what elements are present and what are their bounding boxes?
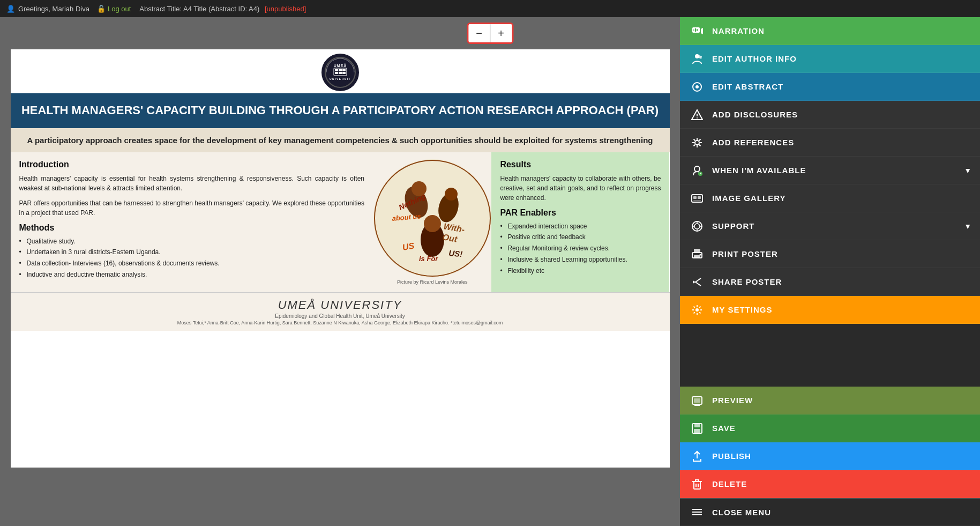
share-icon bbox=[689, 273, 706, 291]
sidebar-item-image-gallery[interactable]: IMAGE GALLERY bbox=[680, 184, 980, 212]
svg-line-40 bbox=[694, 139, 695, 140]
footer-dept: Epidemiology and Global Health Unit, Ume… bbox=[21, 313, 659, 319]
preview-icon bbox=[689, 392, 706, 409]
svg-point-61 bbox=[700, 254, 701, 255]
poster-area: − + UMEÅ bbox=[0, 17, 680, 526]
sidebar-item-add-references[interactable]: ADD REFERENCES bbox=[680, 129, 980, 157]
sidebar-item-when-available[interactable]: WHEN I'M AVAILABLE ▼ bbox=[680, 157, 980, 184]
par-enablers-title: PAR Enablers bbox=[500, 208, 661, 218]
svg-text:is For: is For bbox=[419, 255, 438, 263]
svg-rect-8 bbox=[342, 72, 346, 74]
list-item: Regular Monitoring & review cycles. bbox=[500, 244, 661, 253]
svg-rect-50 bbox=[698, 196, 701, 199]
zoom-in-button[interactable]: + bbox=[490, 24, 512, 42]
sidebar-item-save[interactable]: SAVE bbox=[680, 414, 980, 442]
poster-right-column: Results Health managers' capacity to col… bbox=[491, 152, 669, 292]
svg-rect-51 bbox=[693, 200, 701, 201]
my-settings-label: MY SETTINGS bbox=[712, 305, 971, 314]
edit-author-label: EDIT AUTHOR INFO bbox=[712, 54, 971, 63]
zoom-out-button[interactable]: − bbox=[468, 24, 490, 42]
edit-abstract-label: EDIT ABSTRACT bbox=[712, 82, 971, 91]
image-caption: Picture by Ricard Levins Morales bbox=[397, 279, 468, 285]
sidebar-item-close-menu[interactable]: CLOSE MENU bbox=[680, 498, 980, 526]
when-available-label: WHEN I'M AVAILABLE bbox=[712, 166, 964, 175]
image-gallery-label: IMAGE GALLERY bbox=[712, 194, 971, 203]
poster-left-column: Introduction Health managers' capacity i… bbox=[11, 152, 373, 292]
svg-rect-66 bbox=[694, 398, 700, 403]
sidebar-item-preview[interactable]: PREVIEW bbox=[680, 387, 980, 414]
narration-label: NARRATION bbox=[712, 26, 971, 35]
publish-label: PUBLISH bbox=[712, 451, 971, 461]
list-item: Qualitative study. bbox=[19, 237, 365, 246]
poster-logo: UMEÅ UNIVERSIT bbox=[11, 49, 670, 93]
status-badge: [unpublished] bbox=[265, 5, 306, 13]
sidebar-item-add-disclosures[interactable]: ADD DISCLOSURES bbox=[680, 101, 980, 129]
poster-art: Nothing about us With- Out US is For US! bbox=[373, 159, 491, 277]
svg-rect-4 bbox=[339, 69, 342, 71]
intro-p2: PAR offers opportunities that can be har… bbox=[19, 198, 365, 218]
sidebar-item-edit-author-info[interactable]: EDIT AUTHOR INFO bbox=[680, 45, 980, 73]
sidebar-item-support[interactable]: SUPPORT ▼ bbox=[680, 212, 980, 240]
edit-author-icon bbox=[689, 50, 706, 68]
logout-label: Log out bbox=[108, 5, 131, 13]
svg-rect-25 bbox=[693, 29, 694, 31]
print-poster-label: PRINT POSTER bbox=[712, 249, 971, 258]
list-item: Inclusive & shared Learning opportunitie… bbox=[500, 255, 661, 264]
zoom-controls: − + bbox=[467, 23, 513, 44]
svg-point-16 bbox=[424, 215, 441, 232]
hamburger-icon bbox=[689, 503, 706, 521]
narration-icon bbox=[689, 23, 706, 40]
greeting-text: Greetings, Mariah Diva bbox=[18, 5, 89, 13]
svg-rect-60 bbox=[694, 255, 700, 258]
svg-rect-7 bbox=[339, 72, 342, 74]
poster-header: HEALTH MANAGERS' CAPACITY BUILDING THROU… bbox=[11, 93, 670, 128]
methods-title: Methods bbox=[19, 223, 365, 233]
sidebar-item-my-settings[interactable]: MY SETTINGS bbox=[680, 296, 980, 324]
share-poster-label: SHARE POSTER bbox=[712, 277, 971, 286]
poster: UMEÅ UNIVERSIT HEALTH MANAGERS' CA bbox=[11, 49, 670, 468]
references-label: ADD REFERENCES bbox=[712, 138, 971, 147]
disclosures-label: ADD DISCLOSURES bbox=[712, 110, 971, 119]
edit-abstract-icon bbox=[689, 78, 706, 95]
svg-line-43 bbox=[694, 144, 695, 146]
par-enablers-list: Expanded interaction space Positive crit… bbox=[500, 222, 661, 276]
svg-marker-29 bbox=[699, 55, 702, 59]
save-icon bbox=[689, 420, 706, 437]
delete-label: DELETE bbox=[712, 479, 971, 488]
poster-subtitle: A participatory approach creates space f… bbox=[11, 128, 670, 152]
save-label: SAVE bbox=[712, 424, 971, 433]
sidebar-item-narration[interactable]: NARRATION bbox=[680, 17, 980, 45]
svg-rect-70 bbox=[694, 481, 700, 489]
svg-rect-5 bbox=[342, 69, 346, 71]
chevron-down-icon: ▼ bbox=[964, 166, 971, 175]
delete-icon bbox=[689, 476, 706, 493]
sidebar-item-publish[interactable]: PUBLISH bbox=[680, 442, 980, 470]
poster-middle-column: Nothing about us With- Out US is For US!… bbox=[373, 152, 491, 292]
svg-rect-49 bbox=[693, 196, 697, 199]
preview-label: PREVIEW bbox=[712, 396, 971, 405]
sidebar-item-share-poster[interactable]: SHARE POSTER bbox=[680, 268, 980, 296]
chevron-down-icon: ▼ bbox=[964, 222, 971, 231]
poster-footer: UMEÅ UNIVERSITY Epidemiology and Global … bbox=[11, 292, 670, 331]
list-item: Expanded interaction space bbox=[500, 222, 661, 231]
svg-rect-3 bbox=[335, 69, 338, 71]
svg-rect-58 bbox=[694, 249, 700, 253]
university-logo: UMEÅ UNIVERSIT bbox=[321, 54, 359, 91]
poster-subtitle-text: A participatory approach creates space f… bbox=[21, 136, 659, 145]
logout-link[interactable]: 🔓 Log out bbox=[97, 5, 131, 13]
list-item: Inductive and deductive thematic analysi… bbox=[19, 270, 365, 279]
references-icon bbox=[689, 134, 706, 151]
svg-point-62 bbox=[695, 308, 699, 312]
sidebar-item-print-poster[interactable]: PRINT POSTER bbox=[680, 240, 980, 268]
svg-rect-68 bbox=[694, 424, 700, 427]
svg-point-28 bbox=[695, 54, 699, 58]
sidebar-item-delete[interactable]: DELETE bbox=[680, 470, 980, 498]
intro-p1: Health managers' capacity is essential f… bbox=[19, 174, 365, 193]
user-icon: 👤 bbox=[6, 5, 15, 13]
abstract-title-text: Abstract Title: A4 Title (Abstract ID: A… bbox=[139, 5, 306, 13]
sidebar-item-edit-abstract[interactable]: EDIT ABSTRACT bbox=[680, 73, 980, 101]
sidebar-spacer bbox=[680, 324, 980, 387]
close-menu-label: CLOSE MENU bbox=[712, 508, 971, 517]
svg-point-53 bbox=[694, 224, 700, 229]
print-icon bbox=[689, 246, 706, 263]
